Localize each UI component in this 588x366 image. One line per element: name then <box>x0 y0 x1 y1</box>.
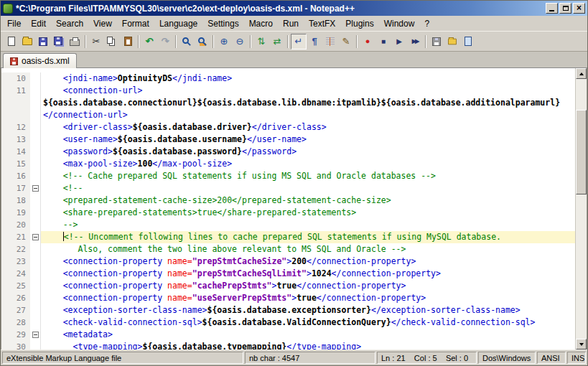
maximize-button[interactable] <box>559 3 571 14</box>
menu-search[interactable]: Search <box>51 17 88 30</box>
editor-line-22[interactable]: 22 Also, comment the two line above rele… <box>1 243 575 255</box>
replace-button[interactable] <box>195 34 210 50</box>
word-wrap-button[interactable]: ↵ <box>291 34 307 50</box>
editor-line-wrap[interactable]: ${oasis.database.connectionurl}${oasis.d… <box>1 97 575 109</box>
code-text: <jndi-name>OptinuityDS</jndi-name> <box>41 72 575 85</box>
status-encoding[interactable]: ANSI <box>537 352 566 364</box>
code-text: <!-- Uncomment following lines to cache … <box>41 231 575 243</box>
code-text: Also, comment the two line above relevan… <box>41 243 575 255</box>
menu-help[interactable]: ? <box>419 17 434 30</box>
editor-line-14[interactable]: 14 <password>${oasis.database.password}<… <box>1 146 575 158</box>
toolbar: ✂↶↷⊕⊖⇅⇄↵¶✎●■▶▶▶ <box>1 31 587 52</box>
editor-line-30[interactable]: 30 <type-mapping>${oasis.database.typema… <box>1 341 575 349</box>
editor-line-13[interactable]: 13 <user-name>${oasis.database.username}… <box>1 133 575 146</box>
editor-line-24[interactable]: 24 <connection-property name="prepStmtCa… <box>1 268 575 280</box>
tab-oasis-ds-xml[interactable]: oasis-ds.xml <box>3 53 77 68</box>
menu-view[interactable]: View <box>88 17 117 30</box>
stop-record-button[interactable]: ■ <box>375 34 391 50</box>
menu-run[interactable]: Run <box>278 17 304 30</box>
sync-vertical-button[interactable]: ⇅ <box>253 34 269 50</box>
toolbar-separator <box>425 35 426 48</box>
editor-line-20[interactable]: 20 --> <box>1 219 575 231</box>
code-text: <check-valid-connection-sql>${oasis.data… <box>41 316 575 329</box>
editor-line-28[interactable]: 28 <check-valid-connection-sql>${oasis.d… <box>1 316 575 329</box>
editor-line-11[interactable]: 11 <connection-url> <box>1 85 575 97</box>
fold-margin[interactable] <box>30 231 41 243</box>
editor-line-17[interactable]: 17 <!-- <box>1 182 575 194</box>
menu-file[interactable]: File <box>2 17 26 30</box>
editor-line-19[interactable]: 19 <share-prepared-statements>true</shar… <box>1 207 575 219</box>
vertical-scrollbar[interactable] <box>575 68 587 349</box>
tab-label: oasis-ds.xml <box>22 56 70 66</box>
fold-collapse-icon[interactable] <box>32 234 39 240</box>
fold-margin[interactable] <box>30 182 41 194</box>
editor-line-21[interactable]: 21 <!-- Uncomment following lines to cac… <box>1 231 575 243</box>
scrollbar-thumb[interactable] <box>576 110 587 194</box>
menu-window[interactable]: Window <box>379 17 420 30</box>
code-text: <connection-property name="prepStmtCache… <box>41 255 575 268</box>
plugin-1-button[interactable] <box>429 34 444 50</box>
editor-line-wrap[interactable]: </connection-url> <box>1 109 575 121</box>
plugin-2-button[interactable] <box>444 34 460 50</box>
redo-button[interactable]: ↷ <box>157 34 173 50</box>
line-number: 21 <box>1 231 30 243</box>
record-macro-button[interactable]: ● <box>360 34 375 50</box>
run-macro-multiple-button[interactable]: ▶▶ <box>407 34 423 50</box>
indent-guide-button[interactable] <box>322 34 338 50</box>
save-all-button[interactable] <box>51 34 67 50</box>
status-insert-mode[interactable]: INS <box>567 352 586 364</box>
find-button[interactable] <box>179 34 195 50</box>
editor-line-10[interactable]: 10 <jndi-name>OptinuityDS</jndi-name> <box>1 72 575 85</box>
editor-line-15[interactable]: 15 <max-pool-size>100</max-pool-size> <box>1 158 575 170</box>
fold-collapse-icon[interactable] <box>32 332 39 338</box>
editor-line-18[interactable]: 18 <prepared-statement-cache-size>200</p… <box>1 194 575 207</box>
sync-horizontal-button[interactable]: ⇄ <box>269 34 285 50</box>
print-button[interactable] <box>67 34 83 50</box>
scroll-down-button[interactable] <box>576 339 587 349</box>
editor-line-25[interactable]: 25 <connection-property name="cachePrepS… <box>1 280 575 292</box>
new-file-button[interactable] <box>4 34 19 50</box>
status-eol-format[interactable]: Dos\Windows <box>478 352 536 364</box>
menu-language[interactable]: Language <box>154 17 202 30</box>
fold-margin <box>30 292 41 304</box>
line-number: 26 <box>1 292 30 304</box>
fold-margin <box>30 341 41 349</box>
menu-macro[interactable]: Macro <box>244 17 278 30</box>
menu-settings[interactable]: Settings <box>202 17 243 30</box>
menu-format[interactable]: Format <box>117 17 154 30</box>
close-button[interactable]: × <box>573 3 585 14</box>
menu-textfx[interactable]: TextFX <box>304 17 340 30</box>
copy-button[interactable] <box>104 34 120 50</box>
editor-area[interactable]: 10 <jndi-name>OptinuityDS</jndi-name>11 … <box>1 68 587 349</box>
cut-button[interactable]: ✂ <box>88 34 104 50</box>
fold-margin <box>30 158 41 170</box>
editor-line-16[interactable]: 16 <!-- Cache prepared SQL statements if… <box>1 170 575 182</box>
open-file-button[interactable] <box>19 34 35 50</box>
menu-plugins[interactable]: Plugins <box>340 17 378 30</box>
editor-line-26[interactable]: 26 <connection-property name="useServerP… <box>1 292 575 304</box>
line-number: 11 <box>1 85 30 97</box>
show-all-characters-button[interactable]: ¶ <box>307 34 322 50</box>
undo-button[interactable]: ↶ <box>141 34 157 50</box>
fold-margin[interactable] <box>30 329 41 341</box>
code-text: <!-- <box>41 182 575 194</box>
user-define-dialog-button[interactable]: ✎ <box>338 34 354 50</box>
editor-line-23[interactable]: 23 <connection-property name="prepStmtCa… <box>1 255 575 268</box>
editor-line-12[interactable]: 12 <driver-class>${oasis.database.driver… <box>1 121 575 133</box>
code-text: <!-- Cache prepared SQL statements if us… <box>41 170 575 182</box>
paste-button[interactable] <box>120 34 136 50</box>
menu-edit[interactable]: Edit <box>26 17 51 30</box>
minimize-button[interactable] <box>546 3 558 14</box>
plugin-3-button[interactable] <box>460 34 476 50</box>
scroll-up-button[interactable] <box>576 68 587 79</box>
editor-line-27[interactable]: 27 <exception-sorter-class-name>${oasis.… <box>1 304 575 316</box>
editor-line-29[interactable]: 29 <metadata> <box>1 329 575 341</box>
fold-margin <box>30 97 41 109</box>
save-button[interactable] <box>35 34 51 50</box>
zoom-in-button[interactable]: ⊕ <box>216 34 232 50</box>
fold-collapse-icon[interactable] <box>32 185 39 192</box>
zoom-out-button[interactable]: ⊖ <box>232 34 248 50</box>
playback-macro-button[interactable]: ▶ <box>391 34 407 50</box>
fold-margin <box>30 316 41 329</box>
line-number: 27 <box>1 304 30 316</box>
